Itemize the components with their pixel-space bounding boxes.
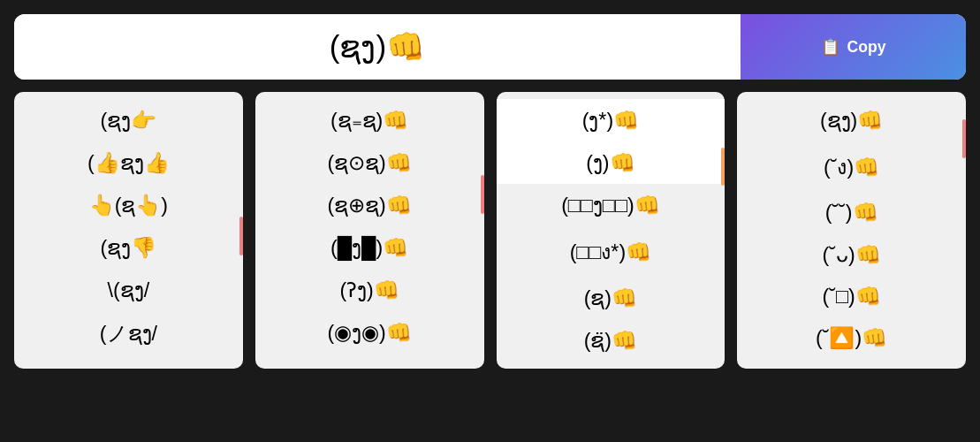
emoji-item[interactable]: (˘🔼)👊: [737, 317, 966, 359]
copy-label: Copy: [847, 38, 886, 57]
emoji-item[interactable]: (˘ง)👊: [737, 141, 966, 192]
emoji-item[interactable]: (ຊ⊙ຊ)👊: [255, 141, 484, 184]
emoji-column-2: (ຊ₌ຊ)👊(ຊ⊙ຊ)👊(ຊ⊕ຊ)👊(█ງ█)👊(ʔງ)👊(◉ງ◉)👊: [255, 92, 484, 369]
emoji-item[interactable]: (ຊງ👎: [14, 226, 243, 269]
emoji-item[interactable]: (ຊ₌ຊ)👊: [255, 99, 484, 141]
emoji-column-4: (ຊງ)👊(˘ง)👊(˘˘)👊(˘ᴗ)👊(˘□)👊(˘🔼)👊: [737, 92, 966, 369]
emoji-item[interactable]: 👆(ຊ👆): [14, 184, 243, 226]
top-bar: (ຊງ)👊 📋 Copy: [14, 14, 966, 80]
emoji-item[interactable]: (˘ᴗ)👊: [737, 233, 966, 276]
emoji-item[interactable]: (ຊ̈)👊: [497, 319, 726, 362]
emoji-column-3: (ງ*)👊(ງ)👊(□□ງ□□)👊(□□ง*)👊(ຊ)👊(ຊ̈)👊: [497, 92, 726, 369]
emoji-item[interactable]: (█ງ█)👊: [255, 226, 484, 269]
copy-icon: 📋: [821, 38, 840, 57]
emoji-item[interactable]: (ຊງ👉: [14, 99, 243, 141]
emoji-item[interactable]: (◉ງ◉)👊: [255, 311, 484, 354]
emoji-item[interactable]: (□□ງ□□)👊: [497, 184, 726, 226]
emoji-item[interactable]: (ຊ)👊: [497, 277, 726, 319]
emoji-grid: (ຊງ👉(👍ຊງ👍👆(ຊ👆)(ຊງ👎\(ຊງ/(ノຊງ/(ຊ₌ຊ)👊(ຊ⊙ຊ)👊…: [14, 92, 966, 369]
emoji-item[interactable]: (ງ*)👊: [497, 99, 726, 141]
emoji-item[interactable]: \(ຊງ/: [14, 269, 243, 311]
emoji-item[interactable]: (ノຊງ/: [14, 311, 243, 356]
emoji-item[interactable]: (ງ)👊: [497, 141, 726, 184]
emoji-item[interactable]: (ຊ⊕ຊ)👊: [255, 184, 484, 226]
emoji-item[interactable]: (ຊງ)👊: [737, 99, 966, 141]
copy-button[interactable]: 📋 Copy: [741, 14, 966, 80]
preview-text: (ຊງ)👊: [14, 14, 741, 80]
emoji-item[interactable]: (˘˘)👊: [737, 192, 966, 233]
emoji-item[interactable]: (👍ຊງ👍: [14, 141, 243, 184]
emoji-item[interactable]: (□□ง*)👊: [497, 226, 726, 277]
emoji-item[interactable]: (ʔງ)👊: [255, 269, 484, 311]
emoji-item[interactable]: (˘□)👊: [737, 276, 966, 317]
emoji-column-1: (ຊງ👉(👍ຊງ👍👆(ຊ👆)(ຊງ👎\(ຊງ/(ノຊງ/: [14, 92, 243, 369]
